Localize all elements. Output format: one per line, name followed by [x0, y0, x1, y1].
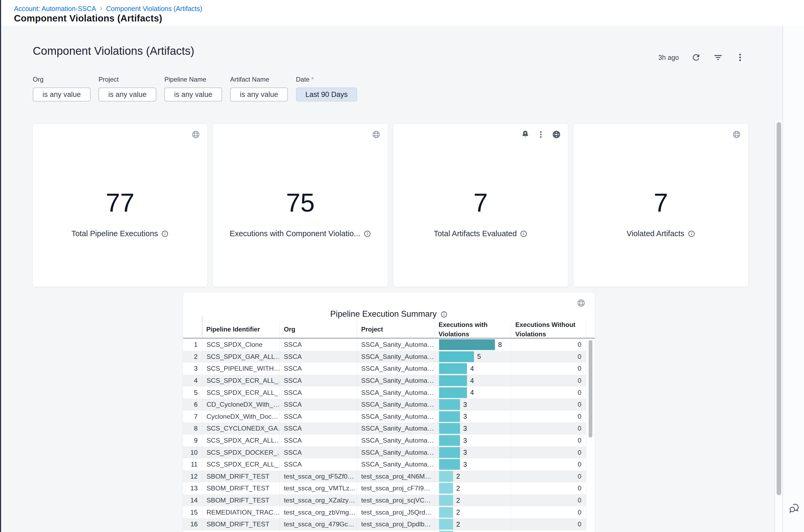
table-row[interactable]: 1SCS_SPDX_CloneSSCASSCA_Sanity_Automa…80 [183, 339, 586, 351]
with-violations-cell: 5 [434, 351, 511, 363]
violations-bar [439, 447, 460, 458]
table-row[interactable]: 15REMEDIATION_TRAC…test_ssca_org_zbVmg…t… [183, 506, 586, 518]
without-violations-cell: 0 [511, 530, 586, 532]
stat-label: Total Pipeline Executions [71, 229, 158, 238]
without-violations-cell: 0 [511, 435, 586, 446]
with-violations-cell: 3 [434, 422, 511, 435]
stat-tile: 77Total Pipeline Executions [33, 124, 207, 287]
without-violations-cell: 0 [511, 411, 586, 423]
table-row[interactable]: 16SBOM_DRIFT_TESTtest_ssca_org_479Gc…tes… [183, 518, 586, 530]
pipeline-cell: SBOM_DRIFT_TEST [202, 518, 279, 530]
table-row[interactable]: 5SCS_SPDX_ECR_ALL_…SSCASSCA_Sanity_Autom… [183, 386, 586, 399]
globe-icon[interactable] [577, 299, 586, 308]
table-title: Pipeline Execution Summary [330, 309, 437, 319]
pipeline-cell: SCS_SPDX_ECR_ALL_… [202, 458, 279, 471]
violations-value: 3 [463, 401, 467, 408]
tile-icon-row [372, 130, 381, 139]
pipeline-cell: SCS_SPDX_ACR_ALL… [202, 435, 279, 446]
org-cell: test_ssca_org_tF5Zf0… [279, 471, 357, 482]
column-header-project[interactable]: Project [357, 321, 434, 338]
org-cell: SSCA [279, 351, 357, 363]
info-icon[interactable] [363, 230, 371, 238]
row-index-cell: 6 [183, 399, 202, 411]
table-row[interactable]: 8SCS_CYCLONEDX_GA…SSCASSCA_Sanity_Automa… [183, 422, 586, 435]
without-violations-cell: 0 [511, 339, 586, 351]
stat-tiles-row: 77Total Pipeline Executions75Executions … [33, 124, 748, 287]
globe-icon[interactable] [191, 130, 200, 139]
globe-icon[interactable] [552, 130, 561, 139]
info-icon[interactable] [161, 230, 169, 238]
table-row[interactable]: 14SBOM_DRIFT_TESTtest_ssca_org_XZalzy…te… [183, 494, 586, 507]
table-row[interactable]: 10SCS_SPDX_DOCKER_…SSCASSCA_Sanity_Autom… [183, 446, 586, 458]
row-index-cell: 3 [183, 363, 202, 375]
column-header-org[interactable]: Org [279, 321, 357, 338]
pipeline-cell: SCS_SPDX_DOCKER_… [202, 446, 279, 458]
column-header-pipeline[interactable]: Pipeline Identifier [202, 321, 279, 338]
with-violations-cell: 3 [434, 446, 511, 458]
table-scrollbar-thumb[interactable] [588, 340, 592, 438]
filter-value-dropdown[interactable]: is any value [98, 88, 156, 101]
project-cell: SSCA_Sanity_Automa… [357, 446, 434, 458]
globe-icon[interactable] [372, 130, 381, 139]
row-index-cell: 16 [183, 518, 202, 530]
more-options-kebab-icon[interactable] [536, 130, 545, 139]
table-row[interactable]: 4SCS_SPDX_ECR_ALL_…SSCASSCA_Sanity_Autom… [183, 375, 586, 387]
violations-bar [439, 363, 467, 374]
project-cell: SSCA_Sanity_Automa… [357, 399, 434, 411]
info-icon[interactable] [441, 310, 448, 318]
table-row[interactable]: 9SCS_SPDX_ACR_ALL…SSCASSCA_Sanity_Automa… [183, 435, 586, 446]
refresh-icon[interactable] [691, 53, 701, 62]
table-row[interactable]: 7CycloneDX_With_Doc…SSCASSCA_Sanity_Auto… [183, 411, 586, 423]
breadcrumb: Account: Automation-SSCA › Component Vio… [14, 4, 202, 13]
table-row[interactable]: 11SCS_SPDX_ECR_ALL_…SSCASSCA_Sanity_Auto… [183, 458, 586, 471]
collapsed-nav-edge [0, 0, 1, 532]
breadcrumb-page-link[interactable]: Component Violations (Artifacts) [106, 5, 202, 13]
column-header-without-violations[interactable]: Executions Without Violations [511, 321, 586, 338]
filter-label: Artifact Name [230, 76, 288, 83]
table-row[interactable]: 6CD_CycloneDX_With_…SSCASSCA_Sanity_Auto… [183, 399, 586, 411]
filter-value-dropdown[interactable]: is any value [230, 88, 288, 101]
tile-icon-row [191, 130, 200, 139]
violations-value: 8 [498, 341, 502, 349]
row-index-cell: 7 [183, 411, 202, 423]
table-row[interactable]: 2SCS_SPDX_GAR_ALL…SSCASSCA_Sanity_Automa… [183, 351, 586, 363]
info-icon[interactable] [688, 230, 695, 238]
more-options-kebab-icon[interactable] [735, 53, 745, 62]
help-chat-icon[interactable] [788, 501, 800, 514]
table-row[interactable]: 3SCS_PIPELINE_WITH…SSCASSCA_Sanity_Autom… [183, 363, 586, 375]
table-row[interactable]: 12SBOM_DRIFT_TESTtest_ssca_org_tF5Zf0…te… [183, 471, 586, 482]
pipeline-cell: SBOM_DRIFT_TEST [202, 494, 279, 507]
org-cell: test_ssca_org_zbVmg… [279, 506, 357, 518]
page-scrollbar-thumb[interactable] [777, 122, 781, 495]
violations-value: 2 [456, 497, 460, 505]
without-violations-cell: 0 [511, 458, 586, 471]
project-cell: SSCA_Sanity_Automa… [357, 375, 434, 387]
globe-icon[interactable] [732, 130, 741, 139]
violations-value: 4 [470, 365, 474, 373]
breadcrumb-account-link[interactable]: Account: Automation-SSCA [14, 5, 96, 13]
alert-bell-icon[interactable] [521, 130, 530, 139]
with-violations-cell: 3 [434, 435, 511, 446]
filter-org: Orgis any value [33, 76, 91, 101]
without-violations-cell: 0 [511, 482, 586, 494]
filter-value-dropdown[interactable]: is any value [164, 88, 222, 101]
column-header-with-violations[interactable]: Executions with Violations [434, 321, 511, 338]
project-cell: test_ssca_proj_scjVC… [357, 494, 434, 507]
table-row[interactable]: 13SBOM_DRIFT_TESTtest_ssca_org_VMTLz…tes… [183, 482, 586, 494]
pipeline-cell: Container_Orchestrat… [202, 530, 279, 532]
org-cell: SSCA [279, 422, 357, 435]
project-cell: SSCA_Sanity_Automa… [357, 435, 434, 446]
stat-label-row: Total Artifacts Evaluated [393, 229, 568, 238]
info-icon[interactable] [520, 230, 527, 238]
filter-icon[interactable] [713, 53, 723, 62]
violations-bar [439, 435, 460, 446]
row-index-cell: 5 [183, 386, 202, 399]
org-cell: SSCA [279, 446, 357, 458]
project-cell: SSCA_Sanity_Automa… [357, 339, 434, 351]
table-row[interactable]: 17Container_Orchestrat…SSCASSCA_Sanity_A… [183, 530, 586, 532]
filter-value-dropdown[interactable]: Last 90 Days [296, 88, 357, 101]
filter-value-dropdown[interactable]: is any value [33, 88, 91, 101]
page-scrollbar-track[interactable] [774, 120, 783, 532]
row-index-cell: 2 [183, 351, 202, 363]
project-cell: SSCA_Sanity_Automa… [357, 458, 434, 471]
